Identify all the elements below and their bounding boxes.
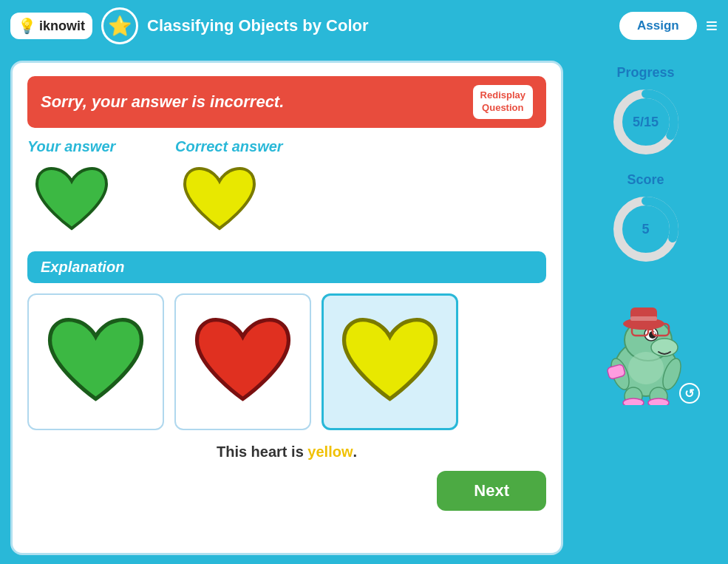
assign-button[interactable]: Assign [619, 12, 697, 40]
score-value: 5 [642, 222, 649, 237]
your-answer-label: Your answer [27, 138, 115, 155]
score-stat: Score 5 [609, 172, 683, 266]
correct-answer-heart [175, 160, 264, 241]
progress-value: 5/15 [633, 115, 659, 130]
svg-point-21 [648, 398, 669, 405]
card-red [174, 293, 311, 430]
main-layout: Sorry, your answer is incorrect. Redispl… [0, 52, 728, 564]
lesson-title: Classifying Objects by Color [147, 16, 610, 35]
your-answer-heart [27, 160, 116, 241]
right-panel: Progress 5/15 Score 5 [574, 61, 718, 555]
redisplay-button[interactable]: RedisplayQuestion [473, 85, 533, 119]
progress-stat: Progress 5/15 [609, 65, 683, 159]
explanation-cards [27, 293, 546, 430]
menu-button[interactable]: ≡ [706, 16, 718, 36]
svg-rect-15 [630, 316, 657, 321]
color-word: yellow [307, 444, 353, 460]
next-button[interactable]: Next [437, 471, 546, 511]
header: 💡 iknowit ⭐ Classifying Objects by Color… [0, 0, 728, 52]
incorrect-banner: Sorry, your answer is incorrect. Redispl… [27, 76, 546, 128]
star-icon: ⭐ [108, 15, 132, 38]
incorrect-message: Sorry, your answer is incorrect. [41, 92, 284, 112]
progress-label: Progress [616, 65, 674, 81]
correct-answer-label: Correct answer [175, 138, 283, 155]
refresh-icon[interactable]: ↺ [679, 383, 700, 404]
your-answer-col: Your answer [27, 138, 175, 241]
score-donut: 5 [609, 192, 683, 266]
svg-point-22 [628, 352, 664, 384]
answer-row: Your answer Correct answer [27, 138, 546, 241]
svg-point-20 [623, 398, 644, 405]
logo: 💡 iknowit [10, 13, 92, 39]
explanation-header: Explanation [27, 251, 546, 283]
sentence-suffix: . [353, 444, 357, 460]
bulb-icon: 💡 [18, 17, 36, 35]
star-badge: ⭐ [101, 7, 138, 44]
card-green [27, 293, 164, 430]
logo-text: iknowit [39, 18, 85, 34]
sentence-prefix: This heart is [217, 444, 307, 460]
left-panel: Sorry, your answer is incorrect. Redispl… [10, 61, 563, 555]
correct-answer-col: Correct answer [175, 138, 323, 241]
mascot: ↺ [591, 287, 701, 405]
progress-donut: 5/15 [609, 85, 683, 159]
score-label: Score [627, 172, 664, 188]
explanation-sentence: This heart is yellow. [27, 441, 546, 461]
card-yellow [322, 293, 458, 430]
explanation-label: Explanation [41, 259, 124, 275]
